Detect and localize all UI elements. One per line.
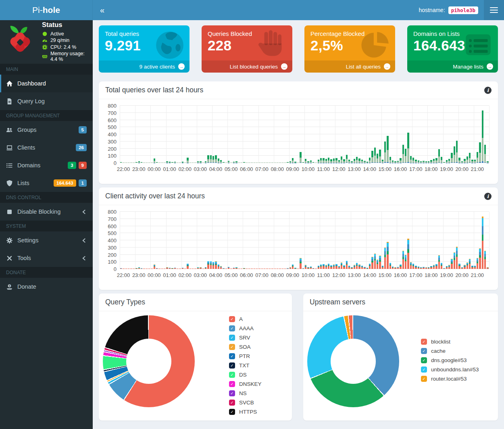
bar (305, 159, 306, 163)
legend-item-soa[interactable]: ✓SOA (229, 343, 262, 351)
bar (154, 158, 155, 163)
legend-item-ns[interactable]: ✓NS (229, 389, 262, 397)
sidebar-item-tools[interactable]: Tools (0, 249, 93, 267)
home-icon (6, 80, 13, 87)
info-icon[interactable]: i (484, 193, 492, 200)
legend-checkbox-icon: ✓ (229, 400, 235, 406)
legend-item-label: PTR (239, 353, 250, 359)
legend-item-dns-google-53[interactable]: ✓dns.google#53 (421, 356, 479, 364)
legend-item-txt[interactable]: ✓TXT (229, 362, 262, 369)
bar (233, 268, 235, 269)
legend-checkbox-icon: ✓ (421, 339, 427, 345)
globe-icon (154, 29, 185, 61)
sidebar-section-header-main: MAIN (0, 64, 93, 75)
sidebar-item-label: Lists (17, 180, 29, 186)
legend-item-label: DS (239, 372, 247, 378)
stat-card-footer-link[interactable]: 9 active clients→ (99, 60, 190, 73)
top-navbar: Pi-hole « hostname: pihole3b (0, 0, 504, 20)
stat-card-footer-link[interactable]: Manage lists→ (407, 60, 498, 73)
sidebar-item-domains[interactable]: Domains39 (0, 156, 93, 174)
gauge-icon (42, 37, 48, 43)
bar (358, 158, 360, 163)
query-types-legend: ✓A✓AAAA✓SRV✓SOA✓PTR✓TXT✓DS✓DNSKEY✓NS✓SVC… (229, 315, 262, 416)
info-icon[interactable]: i (484, 87, 492, 94)
bar (194, 162, 196, 163)
bar (341, 262, 342, 269)
sidebar-section-header-group-management: GROUP MANAGEMENT (0, 110, 93, 121)
bar (138, 267, 140, 269)
bar (482, 110, 483, 163)
bar (212, 156, 214, 163)
total-queries-chart: 0100200300400500600700800 22:0023:0000:0… (102, 99, 493, 180)
count-badge: 5 (79, 126, 87, 133)
bar (258, 269, 260, 269)
sidebar-item-dashboard[interactable]: Dashboard (0, 75, 93, 92)
sidebar-item-label: Clients (17, 144, 35, 151)
bar (241, 162, 242, 163)
bar (202, 162, 204, 163)
legend-item-aaaa[interactable]: ✓AAAA (229, 325, 262, 332)
upstream-servers-legend: ✓blocklist✓cache✓dns.google#53✓unbounddn… (421, 338, 479, 407)
menu-toggle-button[interactable] (484, 0, 504, 20)
count-badge: 26 (76, 144, 87, 151)
legend-item-a[interactable]: ✓A (229, 315, 262, 323)
bar (271, 162, 273, 163)
bar (333, 264, 335, 269)
bar (190, 269, 191, 269)
bar (400, 158, 401, 163)
stat-card-footer-link[interactable]: List blocked queries→ (202, 60, 292, 73)
legend-checkbox-icon: ✓ (229, 390, 235, 396)
bar (307, 161, 309, 163)
legend-item-cache[interactable]: ✓cache (421, 347, 479, 355)
bar (138, 161, 140, 163)
chevron-left-icon (81, 256, 87, 261)
x-axis-tick-label: 19:00 (440, 272, 453, 278)
sidebar-collapse-icon[interactable]: « (93, 6, 112, 15)
bar (192, 269, 194, 269)
bar (469, 153, 471, 163)
upstream-servers-donut-chart (307, 315, 399, 407)
sidebar-section-header-donate: DONATE (0, 267, 93, 278)
laptop-icon (6, 144, 13, 151)
sidebar-item-query-log[interactable]: Query Log (0, 92, 93, 110)
sidebar-item-disable-blocking[interactable]: Disable Blocking (0, 203, 93, 221)
bar (130, 269, 132, 269)
legend-item-router-local-53[interactable]: ✓router.local#53 (421, 375, 479, 383)
bar (146, 162, 148, 163)
bar (377, 260, 378, 269)
v-gridline (489, 212, 489, 269)
stat-card-footer-link[interactable]: List all queries→ (304, 60, 395, 73)
bar (271, 269, 273, 269)
chart-plot-area: 0100200300400500600700800 (120, 212, 489, 269)
legend-item-ptr[interactable]: ✓PTR (229, 352, 262, 360)
bar (161, 269, 163, 269)
brand-logo[interactable]: Pi-hole (0, 0, 93, 20)
sidebar-item-label: Settings (17, 237, 38, 244)
bar (123, 269, 124, 269)
count-badge: 9 (79, 162, 87, 169)
panel-body: ✓A✓AAAA✓SRV✓SOA✓PTR✓TXT✓DS✓DNSKEY✓NS✓SVC… (99, 311, 292, 420)
legend-item-blocklist[interactable]: ✓blocklist (421, 338, 479, 346)
bar (477, 258, 478, 269)
sidebar-item-groups[interactable]: Groups5 (0, 121, 93, 139)
sidebar-item-lists[interactable]: Lists164.6431 (0, 174, 93, 192)
legend-item-svcb[interactable]: ✓SVCB (229, 399, 262, 406)
legend-item-label: dns.google#53 (431, 357, 467, 363)
legend-item-https[interactable]: ✓HTTPS (229, 408, 262, 416)
bar (177, 162, 178, 163)
sidebar-item-clients[interactable]: Clients26 (0, 139, 93, 156)
pihole-raspberry-logo-icon (2, 25, 39, 59)
legend-item-srv[interactable]: ✓SRV (229, 334, 262, 342)
sidebar-item-settings[interactable]: Settings (0, 231, 93, 249)
bar (197, 161, 199, 163)
x-axis-tick-label: 00:00 (148, 166, 161, 172)
legend-item-unbounddns-lan-53[interactable]: ✓unbounddns.lan#53 (421, 366, 479, 373)
legend-item-ds[interactable]: ✓DS (229, 371, 262, 379)
legend-item-dnskey[interactable]: ✓DNSKEY (229, 380, 262, 388)
bar (477, 152, 478, 163)
sidebar-item-badges: 39 (68, 162, 87, 169)
bar (400, 264, 401, 269)
status-item-label: CPU: 2.4 % (50, 44, 76, 50)
sidebar-item-donate[interactable]: $Donate (0, 278, 93, 296)
bar (487, 267, 488, 269)
